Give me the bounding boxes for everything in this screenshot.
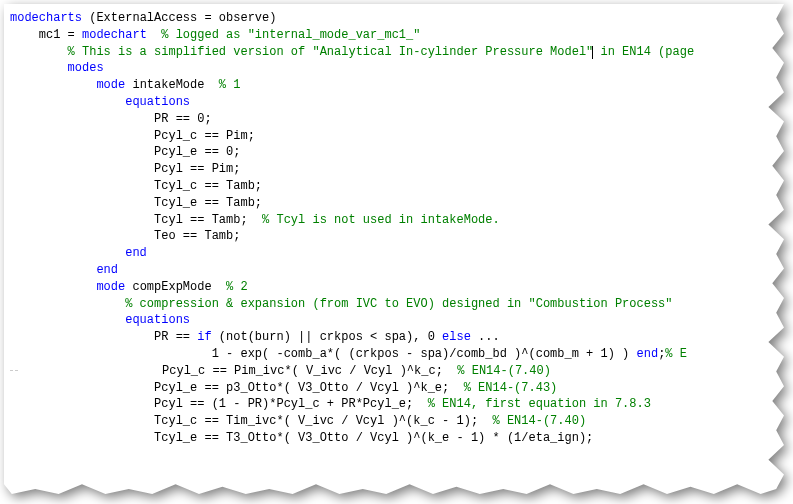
code-text <box>10 313 125 327</box>
code-text: Tcyl == Tamb; <box>10 213 262 227</box>
code-text: Pcyl == (1 - PR)*Pcyl_c + PR*Pcyl_e; <box>10 397 428 411</box>
code-text: 1 - exp( -comb_a*( (crkpos - spa)/comb_b… <box>10 347 637 361</box>
code-text: (ExternalAccess = observe) <box>82 11 276 25</box>
code-text: Tcyl_c == Tamb; <box>10 179 262 193</box>
comment: % This is a simplified version of "Analy… <box>68 45 594 59</box>
keyword: end <box>637 347 659 361</box>
comment: in EN14 (page <box>593 45 694 59</box>
keyword: equations <box>125 95 190 109</box>
fold-indicator <box>10 370 18 371</box>
code-text <box>10 297 125 311</box>
code-text <box>10 45 68 59</box>
comment: % EN14-(7.40) <box>492 414 586 428</box>
code-editor-pane: modecharts (ExternalAccess = observe) mc… <box>4 4 784 494</box>
code-text: ... <box>471 330 500 344</box>
code-text <box>10 280 96 294</box>
code-text: Tcyl_c == Tim_ivc*( V_ivc / Vcyl )^(k_c … <box>10 414 492 428</box>
keyword: modechart <box>82 28 147 42</box>
keyword: if <box>197 330 211 344</box>
keyword: end <box>125 246 147 260</box>
code-text: Pcyl == Pim; <box>10 162 240 176</box>
comment: % 2 <box>226 280 248 294</box>
keyword: mode <box>96 78 125 92</box>
comment: % compression & expansion (from IVC to E… <box>125 297 672 311</box>
comment: % logged as "internal_mode_var_mc1_" <box>147 28 421 42</box>
code-text <box>10 263 96 277</box>
keyword: modes <box>68 61 104 75</box>
code-text: mc1 = <box>10 28 82 42</box>
keyword: equations <box>125 313 190 327</box>
keyword: end <box>96 263 118 277</box>
comment: % 1 <box>219 78 241 92</box>
code-text: Pcyl_c == Pim; <box>10 129 255 143</box>
code-text <box>10 246 125 260</box>
code-text: PR == <box>10 330 197 344</box>
comment: % Tcyl is not used in intakeMode. <box>262 213 500 227</box>
code-text <box>10 95 125 109</box>
code-text: Tcyl_e == T3_Otto*( V3_Otto / Vcyl )^(k_… <box>10 431 593 445</box>
code-text: PR == 0; <box>10 112 212 126</box>
comment: % EN14-(7.43) <box>464 381 558 395</box>
keyword: modecharts <box>10 11 82 25</box>
code-text: compExpMode <box>125 280 226 294</box>
comment: % EN14-(7.40) <box>457 364 551 378</box>
code-text: Pcyl_c == Pim_ivc*( V_ivc / Vcyl )^k_c; <box>18 364 457 378</box>
code-text: Teo == Tamb; <box>10 229 240 243</box>
code-text: intakeMode <box>125 78 219 92</box>
code-text: Pcyl_e == p3_Otto*( V3_Otto / Vcyl )^k_e… <box>10 381 464 395</box>
code-block[interactable]: modecharts (ExternalAccess = observe) mc… <box>10 10 784 447</box>
keyword: mode <box>96 280 125 294</box>
code-text: (not(burn) || crkpos < spa), 0 <box>212 330 442 344</box>
code-text <box>10 61 68 75</box>
code-text: Pcyl_e == 0; <box>10 145 240 159</box>
comment: % E <box>665 347 687 361</box>
code-text: Tcyl_e == Tamb; <box>10 196 262 210</box>
comment: % EN14, first equation in 7.8.3 <box>428 397 651 411</box>
code-text <box>10 78 96 92</box>
keyword: else <box>442 330 471 344</box>
